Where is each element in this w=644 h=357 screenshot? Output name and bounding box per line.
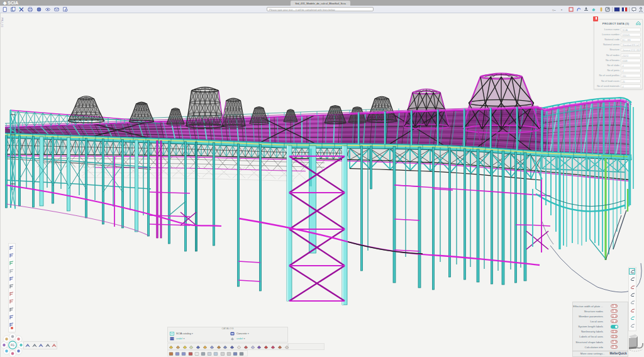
svg-text:FG: FG bbox=[11, 344, 15, 347]
